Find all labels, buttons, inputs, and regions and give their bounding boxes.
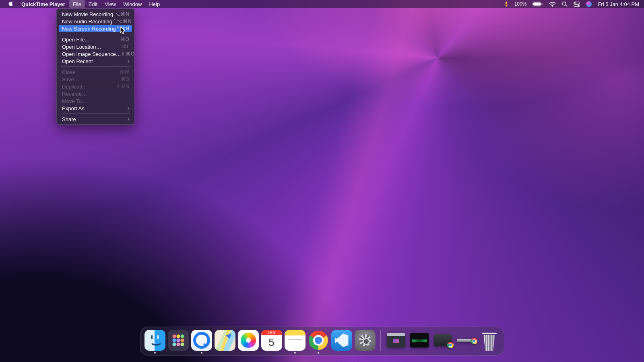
menu-item-shortcut: ⌘S <box>121 76 130 82</box>
menu-item-shortcut: ⌃⌥⌘N <box>112 19 132 24</box>
menu-item-label: Open File… <box>62 37 90 43</box>
dock-minimized-window-4[interactable] <box>456 330 477 354</box>
menu-help[interactable]: Help <box>145 0 163 8</box>
dock-system-settings[interactable] <box>355 330 376 354</box>
wifi-icon[interactable] <box>549 2 556 7</box>
dock-notes[interactable] <box>285 330 305 354</box>
dock-chrome[interactable] <box>308 330 329 354</box>
chrome-badge-icon <box>447 342 454 348</box>
menu-item-move-to[interactable]: Move To… <box>59 97 132 105</box>
minimized-window-1-thumbnail <box>387 333 405 348</box>
trash-basket <box>483 335 496 351</box>
running-indicator <box>489 352 490 354</box>
menu-view[interactable]: View <box>101 0 120 8</box>
running-indicator <box>248 352 249 354</box>
dock-trash[interactable] <box>479 330 500 354</box>
chrome-icon <box>308 330 329 351</box>
menu-item-open-location[interactable]: Open Location…⌘L <box>59 43 132 50</box>
dock-vscode[interactable] <box>331 330 352 354</box>
menu-item-new-movie-recording[interactable]: New Movie Recording⌥⌘N <box>59 10 132 18</box>
minimized-window-1-icon <box>386 330 407 351</box>
menu-bar-clock[interactable]: Fri 5 Jan 4:04 PM <box>598 1 639 7</box>
apple-logo-icon <box>8 0 13 8</box>
menu-window[interactable]: Window <box>120 0 145 8</box>
running-indicator <box>294 352 296 354</box>
menu-bar-menus: FileEditViewWindowHelp <box>69 0 163 8</box>
menu-item-label: New Audio Recording <box>62 19 112 25</box>
minimized-window-3-thumbnail <box>434 334 452 346</box>
running-indicator <box>201 352 202 354</box>
minimized-window-2-thumbnail <box>410 333 429 348</box>
running-indicator <box>364 352 366 354</box>
menu-item-close[interactable]: Close⌘W <box>59 68 132 76</box>
menu-item-rename[interactable]: Rename… <box>59 90 132 97</box>
submenu-arrow-icon: › <box>127 58 130 64</box>
menu-item-label: New Screen Recording <box>62 26 116 32</box>
launchpad-icon <box>168 330 189 351</box>
menu-item-open-recent[interactable]: Open Recent› <box>59 58 132 65</box>
menu-item-label: Open Recent <box>62 58 93 64</box>
system-settings-icon <box>355 330 376 351</box>
menu-item-open-file[interactable]: Open File…⌘O <box>59 36 132 43</box>
menu-item-label: Close <box>62 69 75 75</box>
menu-item-shortcut: ⌘O <box>120 37 130 42</box>
dock-maps[interactable] <box>215 330 235 354</box>
spotlight-search-icon[interactable] <box>562 1 568 7</box>
dock-minimized-window-1[interactable] <box>386 330 407 354</box>
menu-item-shortcut: ⌘W <box>119 69 130 75</box>
menu-bar-left: QuickTime Player FileEditViewWindowHelp <box>4 0 163 8</box>
menu-item-label: Save… <box>62 76 79 82</box>
menu-item-label: Open Image Sequence… <box>62 51 121 57</box>
dock-container: JAN5 <box>0 327 644 356</box>
running-indicator <box>271 352 272 354</box>
dock-finder[interactable] <box>144 330 165 354</box>
minimized-window-2-icon <box>409 330 430 351</box>
menu-item-shortcut: ⇧⌘S <box>116 84 130 89</box>
dock-quicktime-player[interactable] <box>191 330 212 354</box>
menu-bar: QuickTime Player FileEditViewWindowHelp … <box>0 0 644 8</box>
running-indicator <box>341 352 343 354</box>
dock-minimized-window-3[interactable] <box>432 330 453 354</box>
menu-item-new-audio-recording[interactable]: New Audio Recording⌃⌥⌘N <box>59 18 132 25</box>
siri-icon[interactable] <box>586 1 592 7</box>
app-menu-title[interactable]: QuickTime Player <box>17 0 69 8</box>
menu-file[interactable]: File <box>69 0 85 8</box>
dock: JAN5 <box>140 327 504 356</box>
minimized-window-4-icon <box>456 330 477 351</box>
running-indicator <box>318 352 319 354</box>
menu-item-shortcut: ⌘L <box>121 44 130 49</box>
menu-item-label: New Movie Recording <box>62 11 113 17</box>
menu-item-export-as[interactable]: Export As› <box>59 105 132 112</box>
minimized-window-3-icon <box>432 330 453 351</box>
menu-item-open-image-sequence[interactable]: Open Image Sequence…⇧⌘O <box>59 50 132 58</box>
dock-separator <box>380 330 381 351</box>
running-indicator <box>178 352 179 354</box>
running-indicator <box>224 352 226 354</box>
menu-item-save[interactable]: Save…⌘S <box>59 76 132 83</box>
notes-icon <box>285 330 305 351</box>
dock-launchpad[interactable] <box>168 330 189 354</box>
control-center-icon[interactable] <box>574 2 580 7</box>
battery-icon[interactable] <box>533 2 543 6</box>
dock-calendar[interactable]: JAN5 <box>261 330 282 354</box>
apple-menu[interactable] <box>4 0 17 8</box>
menu-edit[interactable]: Edit <box>85 0 101 8</box>
running-indicator <box>442 352 444 354</box>
menu-item-share[interactable]: Share› <box>59 115 132 123</box>
running-indicator <box>154 352 156 354</box>
quicktime-player-icon <box>191 330 212 351</box>
menu-item-label: Move To… <box>62 98 87 104</box>
submenu-arrow-icon: › <box>127 116 130 122</box>
dock-minimized-window-2[interactable] <box>409 330 430 354</box>
menu-item-label: Duplicate <box>62 84 84 90</box>
dock-photos[interactable] <box>238 330 259 354</box>
cursor-pointer <box>120 27 126 36</box>
microphone-icon[interactable] <box>504 1 508 7</box>
menu-bar-status: 100% <box>504 0 639 8</box>
running-indicator <box>419 352 420 354</box>
menu-item-shortcut: ⇧⌘O <box>121 51 135 57</box>
menu-item-shortcut: ⌥⌘N <box>114 11 130 17</box>
chrome-badge-icon <box>471 338 477 344</box>
menu-item-duplicate[interactable]: Duplicate⇧⌘S <box>59 83 132 90</box>
menu-item-label: Export As <box>62 105 85 111</box>
